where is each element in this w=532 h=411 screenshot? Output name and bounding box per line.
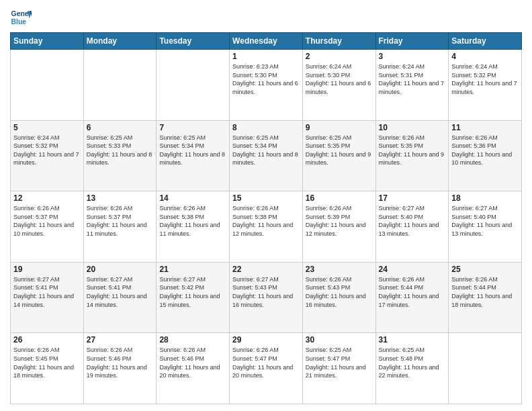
week-row-4: 26Sunrise: 6:26 AM Sunset: 5:45 PM Dayli… [11,333,522,404]
calendar-cell: 6Sunrise: 6:25 AM Sunset: 5:33 PM Daylig… [83,120,157,191]
cell-text: Sunrise: 6:25 AM Sunset: 5:48 PM Dayligh… [379,346,446,379]
calendar-cell: 22Sunrise: 6:27 AM Sunset: 5:43 PM Dayli… [230,262,303,333]
header-day-wednesday: Wednesday [230,33,303,50]
day-number: 1 [232,52,300,61]
logo: General Blue [10,7,32,28]
header-day-saturday: Saturday [449,33,522,50]
day-number: 16 [306,193,373,203]
day-number: 31 [379,335,446,345]
day-number: 22 [232,265,300,274]
day-number: 5 [13,123,81,132]
calendar-header: SundayMondayTuesdayWednesdayThursdayFrid… [11,33,522,50]
day-number: 17 [379,193,446,203]
calendar-cell [11,50,84,121]
day-number: 24 [379,265,446,274]
cell-text: Sunrise: 6:27 AM Sunset: 5:42 PM Dayligh… [159,275,226,309]
calendar-body: 1Sunrise: 6:23 AM Sunset: 5:30 PM Daylig… [11,50,522,404]
calendar-cell: 18Sunrise: 6:27 AM Sunset: 5:40 PM Dayli… [449,191,522,263]
day-number: 29 [232,335,300,345]
header-day-tuesday: Tuesday [157,33,230,50]
day-number: 3 [379,52,446,61]
week-row-0: 1Sunrise: 6:23 AM Sunset: 5:30 PM Daylig… [11,50,522,121]
cell-text: Sunrise: 6:24 AM Sunset: 5:31 PM Dayligh… [379,62,446,96]
day-number: 9 [306,123,373,132]
cell-text: Sunrise: 6:25 AM Sunset: 5:47 PM Dayligh… [306,346,373,379]
day-number: 13 [87,193,154,203]
calendar-cell: 9Sunrise: 6:25 AM Sunset: 5:35 PM Daylig… [302,120,375,191]
cell-text: Sunrise: 6:26 AM Sunset: 5:35 PM Dayligh… [379,134,446,167]
day-number: 25 [451,265,519,274]
day-number: 6 [87,123,154,132]
calendar-cell: 5Sunrise: 6:24 AM Sunset: 5:32 PM Daylig… [11,120,84,191]
calendar-cell [449,333,522,404]
header-day-monday: Monday [83,33,157,50]
calendar-cell: 29Sunrise: 6:26 AM Sunset: 5:47 PM Dayli… [230,333,303,404]
day-number: 10 [379,123,446,132]
cell-text: Sunrise: 6:26 AM Sunset: 5:39 PM Dayligh… [306,204,373,238]
calendar-cell: 1Sunrise: 6:23 AM Sunset: 5:30 PM Daylig… [230,50,303,121]
cell-text: Sunrise: 6:25 AM Sunset: 5:33 PM Dayligh… [87,134,154,167]
calendar-cell: 11Sunrise: 6:26 AM Sunset: 5:36 PM Dayli… [449,120,522,191]
cell-text: Sunrise: 6:24 AM Sunset: 5:30 PM Dayligh… [306,62,373,96]
calendar-cell: 3Sunrise: 6:24 AM Sunset: 5:31 PM Daylig… [375,50,449,121]
cell-text: Sunrise: 6:26 AM Sunset: 5:47 PM Dayligh… [232,346,300,379]
calendar-cell: 31Sunrise: 6:25 AM Sunset: 5:48 PM Dayli… [375,333,449,404]
header-day-sunday: Sunday [11,33,84,50]
calendar-cell: 13Sunrise: 6:26 AM Sunset: 5:37 PM Dayli… [83,191,157,263]
week-row-1: 5Sunrise: 6:24 AM Sunset: 5:32 PM Daylig… [11,120,522,191]
cell-text: Sunrise: 6:26 AM Sunset: 5:44 PM Dayligh… [379,275,446,309]
cell-text: Sunrise: 6:26 AM Sunset: 5:46 PM Dayligh… [159,346,226,379]
page: General Blue SundayMondayTuesdayWednesda… [0,0,532,411]
calendar-cell: 14Sunrise: 6:26 AM Sunset: 5:38 PM Dayli… [157,191,230,263]
cell-text: Sunrise: 6:26 AM Sunset: 5:37 PM Dayligh… [87,204,154,238]
day-number: 28 [159,335,226,345]
day-number: 11 [451,123,519,132]
calendar-cell: 7Sunrise: 6:25 AM Sunset: 5:34 PM Daylig… [157,120,230,191]
cell-text: Sunrise: 6:27 AM Sunset: 5:41 PM Dayligh… [87,275,154,309]
calendar-cell: 2Sunrise: 6:24 AM Sunset: 5:30 PM Daylig… [302,50,375,121]
cell-text: Sunrise: 6:25 AM Sunset: 5:34 PM Dayligh… [159,134,226,167]
calendar-cell [157,50,230,121]
calendar-cell: 19Sunrise: 6:27 AM Sunset: 5:41 PM Dayli… [11,262,84,333]
day-number: 12 [13,193,81,203]
day-number: 26 [13,335,81,345]
day-number: 7 [159,123,226,132]
calendar-cell: 10Sunrise: 6:26 AM Sunset: 5:35 PM Dayli… [375,120,449,191]
header-day-thursday: Thursday [302,33,375,50]
cell-text: Sunrise: 6:23 AM Sunset: 5:30 PM Dayligh… [232,62,300,96]
header-day-friday: Friday [375,33,449,50]
calendar-cell: 15Sunrise: 6:26 AM Sunset: 5:38 PM Dayli… [230,191,303,263]
calendar-cell: 26Sunrise: 6:26 AM Sunset: 5:45 PM Dayli… [11,333,84,404]
cell-text: Sunrise: 6:26 AM Sunset: 5:46 PM Dayligh… [87,346,154,379]
cell-text: Sunrise: 6:24 AM Sunset: 5:32 PM Dayligh… [451,62,519,96]
day-number: 19 [13,265,81,274]
header-row: SundayMondayTuesdayWednesdayThursdayFrid… [11,33,522,50]
cell-text: Sunrise: 6:27 AM Sunset: 5:43 PM Dayligh… [232,275,300,309]
calendar-cell: 20Sunrise: 6:27 AM Sunset: 5:41 PM Dayli… [83,262,157,333]
calendar-cell: 23Sunrise: 6:26 AM Sunset: 5:43 PM Dayli… [302,262,375,333]
cell-text: Sunrise: 6:25 AM Sunset: 5:34 PM Dayligh… [232,134,300,167]
calendar-cell: 27Sunrise: 6:26 AM Sunset: 5:46 PM Dayli… [83,333,157,404]
day-number: 30 [306,335,373,345]
day-number: 15 [232,193,300,203]
calendar-cell: 12Sunrise: 6:26 AM Sunset: 5:37 PM Dayli… [11,191,84,263]
svg-text:Blue: Blue [11,18,27,26]
calendar-cell: 24Sunrise: 6:26 AM Sunset: 5:44 PM Dayli… [375,262,449,333]
day-number: 20 [87,265,154,274]
calendar-cell: 28Sunrise: 6:26 AM Sunset: 5:46 PM Dayli… [157,333,230,404]
calendar-cell [83,50,157,121]
day-number: 8 [232,123,300,132]
calendar-cell: 21Sunrise: 6:27 AM Sunset: 5:42 PM Dayli… [157,262,230,333]
week-row-3: 19Sunrise: 6:27 AM Sunset: 5:41 PM Dayli… [11,262,522,333]
cell-text: Sunrise: 6:26 AM Sunset: 5:38 PM Dayligh… [232,204,300,238]
logo-icon: General Blue [10,7,32,28]
calendar-table: SundayMondayTuesdayWednesdayThursdayFrid… [10,32,522,404]
calendar-cell: 30Sunrise: 6:25 AM Sunset: 5:47 PM Dayli… [302,333,375,404]
cell-text: Sunrise: 6:26 AM Sunset: 5:43 PM Dayligh… [306,275,373,309]
day-number: 2 [306,52,373,61]
calendar-cell: 16Sunrise: 6:26 AM Sunset: 5:39 PM Dayli… [302,191,375,263]
calendar-cell: 8Sunrise: 6:25 AM Sunset: 5:34 PM Daylig… [230,120,303,191]
header: General Blue [10,7,522,28]
day-number: 14 [159,193,226,203]
cell-text: Sunrise: 6:27 AM Sunset: 5:40 PM Dayligh… [451,204,519,238]
